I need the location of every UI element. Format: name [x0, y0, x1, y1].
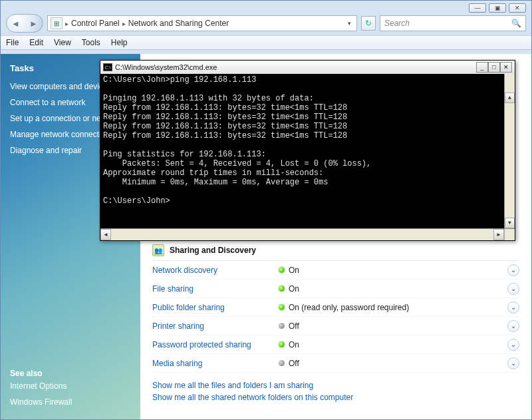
- cmd-titlebar[interactable]: C:\ C:\Windows\system32\cmd.exe _ □ ✕: [100, 61, 515, 74]
- sharing-row-value: On: [289, 266, 507, 275]
- maximize-button[interactable]: ▣: [489, 3, 506, 13]
- sharing-row-label[interactable]: Password protected sharing: [152, 340, 279, 349]
- location-icon: ⊞: [51, 17, 63, 29]
- scroll-left-icon[interactable]: ◄: [100, 229, 111, 240]
- cmd-minimize-button[interactable]: _: [476, 62, 488, 73]
- cmd-close-button[interactable]: ✕: [500, 62, 512, 73]
- status-on-icon: [279, 304, 285, 310]
- breadcrumb-sep: ▸: [65, 20, 68, 27]
- sharing-row-label[interactable]: Network discovery: [152, 266, 279, 275]
- status-off-icon: [279, 323, 285, 329]
- scroll-corner: [504, 229, 515, 240]
- refresh-button[interactable]: ↻: [361, 16, 376, 31]
- status-on-icon: [279, 286, 285, 292]
- sharing-row-value: Off: [289, 321, 507, 331]
- expand-chevron-icon[interactable]: ⌄: [507, 264, 519, 276]
- sharing-row: Media sharingOff⌄: [152, 354, 519, 373]
- breadcrumb-control-panel[interactable]: Control Panel: [71, 19, 120, 28]
- status-on-icon: [279, 267, 285, 273]
- cmd-icon: C:\: [103, 63, 112, 71]
- see-also-windows-firewall[interactable]: Windows Firewall: [10, 397, 131, 407]
- sharing-row: Password protected sharingOn⌄: [152, 335, 519, 354]
- menu-tools[interactable]: Tools: [82, 38, 100, 47]
- cmd-output[interactable]: C:\Users\John>ping 192.168.1.113 Pinging…: [100, 74, 515, 228]
- search-placeholder: Search: [384, 19, 410, 28]
- breadcrumb-network-sharing[interactable]: Network and Sharing Center: [128, 19, 229, 28]
- address-dropdown[interactable]: ▾: [345, 20, 354, 27]
- expand-chevron-icon[interactable]: ⌄: [507, 357, 519, 369]
- sharing-row: Network discoveryOn⌄: [152, 261, 519, 280]
- expand-chevron-icon[interactable]: ⌄: [507, 320, 519, 332]
- sharing-icon: 👥: [152, 244, 164, 256]
- cmd-window[interactable]: C:\ C:\Windows\system32\cmd.exe _ □ ✕ C:…: [100, 60, 515, 241]
- see-also-heading: See also: [10, 369, 131, 378]
- status-off-icon: [279, 360, 285, 366]
- sharing-row-label[interactable]: Public folder sharing: [152, 303, 279, 312]
- back-icon: ◄: [11, 19, 20, 29]
- menu-view[interactable]: View: [54, 38, 71, 47]
- sharing-row-value: Off: [289, 359, 507, 368]
- sharing-row-label[interactable]: Printer sharing: [152, 321, 279, 331]
- sharing-row: File sharingOn⌄: [152, 280, 519, 298]
- cmd-vscrollbar[interactable]: ▲ ▼: [504, 74, 515, 228]
- expand-chevron-icon[interactable]: ⌄: [507, 283, 519, 295]
- nav-toolbar: ◄ ► ⊞ ▸ Control Panel ▸ Network and Shar…: [1, 11, 531, 35]
- expand-chevron-icon[interactable]: ⌄: [507, 302, 519, 314]
- cmd-text: C:\Users\John>ping 192.168.1.113 Pinging…: [103, 75, 371, 206]
- see-also-internet-options[interactable]: Internet Options: [10, 381, 131, 391]
- window-controls: — ▣ ✕: [469, 3, 526, 13]
- breadcrumb-sep: ▸: [122, 20, 126, 27]
- sharing-row-value: On: [289, 340, 507, 349]
- expand-chevron-icon[interactable]: ⌄: [507, 339, 519, 351]
- sharing-heading: Sharing and Discovery: [170, 246, 256, 255]
- scroll-right-icon[interactable]: ►: [493, 229, 504, 240]
- sharing-discovery-header: 👥 Sharing and Discovery: [152, 240, 519, 261]
- sharing-row-value: On (read only, password required): [289, 303, 507, 312]
- scroll-down-icon[interactable]: ▼: [505, 218, 515, 228]
- sharing-links: Show me all the files and folders I am s…: [152, 381, 519, 402]
- search-icon[interactable]: 🔍: [511, 19, 521, 28]
- forward-icon: ►: [29, 19, 38, 29]
- menu-bar: File Edit View Tools Help: [1, 35, 531, 50]
- sharing-row: Printer sharingOff⌄: [152, 317, 519, 335]
- cmd-maximize-button[interactable]: □: [488, 62, 500, 73]
- sharing-row: Public folder sharingOn (read only, pass…: [152, 298, 519, 317]
- search-box[interactable]: Search 🔍: [380, 15, 526, 31]
- close-button[interactable]: ✕: [509, 3, 526, 13]
- link-shared-folders[interactable]: Show me all the shared network folders o…: [152, 393, 519, 402]
- minimize-button[interactable]: —: [469, 3, 486, 13]
- address-bar[interactable]: ⊞ ▸ Control Panel ▸ Network and Sharing …: [47, 15, 357, 31]
- status-on-icon: [279, 341, 285, 347]
- cmd-title-text: C:\Windows\system32\cmd.exe: [115, 63, 217, 71]
- menu-help[interactable]: Help: [111, 38, 128, 47]
- menu-file[interactable]: File: [6, 38, 19, 47]
- back-forward-buttons[interactable]: ◄ ►: [6, 14, 43, 33]
- sharing-row-label[interactable]: Media sharing: [152, 359, 279, 368]
- sharing-row-label[interactable]: File sharing: [152, 284, 279, 294]
- sharing-row-value: On: [289, 284, 507, 294]
- link-files-sharing[interactable]: Show me all the files and folders I am s…: [152, 381, 519, 390]
- cmd-hscrollbar[interactable]: ◄ ►: [100, 228, 515, 240]
- menu-edit[interactable]: Edit: [29, 38, 43, 47]
